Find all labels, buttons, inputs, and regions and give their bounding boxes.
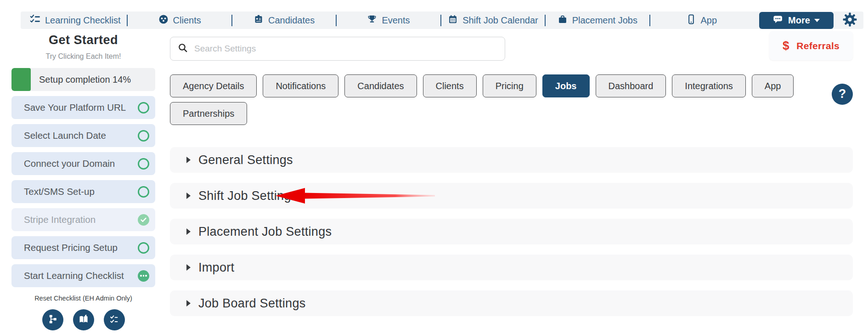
nav-item-placement-jobs[interactable]: Placement Jobs — [546, 14, 649, 27]
nav-item-candidates[interactable]: Candidates — [232, 14, 336, 27]
question-mark-icon: ? — [839, 87, 846, 101]
checklist-icon-button[interactable] — [104, 309, 125, 330]
tab-partnerships[interactable]: Partnerships — [170, 102, 247, 125]
settings-sections: General Settings Shift Job Settings Plac… — [170, 147, 853, 326]
get-started-sidebar: Get Started Try Clicking Each Item! Setu… — [11, 28, 155, 330]
section-general-settings[interactable]: General Settings — [170, 147, 853, 173]
top-nav: Learning Checklist Clients Candidates Ev… — [21, 11, 863, 29]
nav-item-label: Placement Jobs — [572, 15, 637, 26]
tab-candidates[interactable]: Candidates — [344, 74, 417, 97]
nav-item-label: Learning Checklist — [45, 15, 121, 26]
caret-right-icon — [186, 157, 191, 163]
tab-dashboard[interactable]: Dashboard — [596, 74, 666, 97]
settings-tabs-row-1: Agency Details Notifications Candidates … — [170, 74, 794, 97]
caret-right-icon — [186, 300, 191, 307]
nav-item-label: Candidates — [268, 15, 315, 26]
checklist-item-label: Stripe Integration — [24, 214, 138, 225]
caret-right-icon — [186, 193, 191, 199]
tab-app[interactable]: App — [752, 74, 794, 97]
checklist-item-label: Text/SMS Set-up — [24, 186, 138, 197]
caret-right-icon — [186, 264, 191, 271]
more-button[interactable]: More — [759, 12, 834, 29]
section-title: General Settings — [198, 153, 293, 167]
checklist-icon — [30, 14, 40, 26]
section-title: Shift Job Settings — [198, 189, 298, 203]
nav-item-label: App — [700, 15, 717, 26]
settings-main: $ Referrals Agency Details Notifications… — [170, 28, 853, 335]
help-button[interactable]: ? — [832, 84, 853, 105]
gear-icon — [843, 12, 857, 28]
section-placement-job-settings[interactable]: Placement Job Settings — [170, 219, 853, 244]
section-title: Import — [198, 261, 234, 275]
section-job-board-settings[interactable]: Job Board Settings — [170, 290, 853, 316]
status-ellipsis-icon — [138, 270, 149, 282]
checklist-item-connect-domain[interactable]: Connect your Domain — [11, 152, 155, 175]
nav-item-app[interactable]: App — [650, 14, 754, 27]
chat-bubble-icon — [773, 15, 784, 26]
search-input[interactable] — [193, 43, 497, 54]
tab-clients[interactable]: Clients — [423, 74, 477, 97]
section-title: Placement Job Settings — [198, 225, 332, 239]
tab-integrations[interactable]: Integrations — [672, 74, 746, 97]
referrals-label: Referrals — [796, 40, 840, 51]
flowchart-icon — [46, 313, 59, 327]
checklist-item-pricing-setup[interactable]: Request Pricing Setup — [11, 236, 155, 259]
checklist-item-learning-checklist[interactable]: Start Learning Checklist — [11, 264, 155, 287]
calendar-icon — [448, 14, 458, 27]
checklist-item-platform-url[interactable]: Save Your Platform URL — [11, 96, 155, 119]
settings-gear-button[interactable] — [843, 12, 857, 28]
book-icon-button[interactable] — [73, 309, 94, 330]
nav-item-label: Clients — [173, 15, 201, 26]
checklist-icon — [108, 313, 120, 327]
tab-jobs[interactable]: Jobs — [542, 74, 590, 97]
status-circle-icon — [138, 242, 149, 254]
sidebar-subtitle: Try Clicking Each Item! — [11, 52, 155, 61]
flowchart-icon-button[interactable] — [42, 309, 63, 330]
checklist-item-label: Select Launch Date — [24, 130, 138, 141]
nav-item-learning-checklist[interactable]: Learning Checklist — [23, 14, 127, 26]
briefcase-icon — [558, 14, 568, 27]
status-circle-icon — [138, 158, 149, 170]
status-check-icon — [138, 214, 149, 226]
sidebar-footer-icons — [11, 309, 155, 330]
dollar-icon: $ — [783, 39, 789, 53]
nav-item-clients[interactable]: Clients — [128, 14, 231, 27]
status-circle-icon — [138, 186, 149, 198]
chevron-down-icon — [814, 19, 820, 22]
trophy-icon — [367, 14, 377, 27]
progress-label: Setup completion 14% — [39, 74, 131, 85]
more-button-label: More — [788, 15, 810, 26]
checklist-item-label: Start Learning Checklist — [24, 270, 138, 281]
tab-pricing[interactable]: Pricing — [483, 74, 536, 97]
nav-item-shift-job-calendar[interactable]: Shift Job Calendar — [441, 14, 545, 27]
id-badge-icon — [254, 14, 264, 27]
settings-tabs-row-2: Partnerships — [170, 102, 247, 125]
checklist-item-launch-date[interactable]: Select Launch Date — [11, 124, 155, 147]
status-circle-icon — [138, 102, 149, 114]
mobile-icon — [687, 14, 696, 27]
search-settings-box — [170, 37, 505, 61]
book-icon — [77, 313, 90, 327]
nav-item-events[interactable]: Events — [337, 14, 440, 27]
section-title: Job Board Settings — [198, 296, 306, 311]
checklist-item-stripe[interactable]: Stripe Integration — [11, 208, 155, 231]
reset-checklist-link[interactable]: Reset Checklist (EH Admin Only) — [11, 295, 155, 302]
section-import[interactable]: Import — [170, 255, 853, 280]
clients-icon — [158, 14, 169, 27]
referrals-button[interactable]: $ Referrals — [769, 31, 853, 60]
checklist-item-label: Request Pricing Setup — [24, 242, 138, 253]
tab-agency-details[interactable]: Agency Details — [170, 74, 257, 97]
status-circle-icon — [138, 130, 149, 142]
sidebar-title: Get Started — [11, 33, 155, 47]
setup-progress-bar: Setup completion 14% — [11, 68, 155, 91]
section-shift-job-settings[interactable]: Shift Job Settings — [170, 183, 853, 209]
nav-item-label: Events — [382, 15, 410, 26]
search-icon — [178, 43, 188, 55]
checklist-item-text-sms[interactable]: Text/SMS Set-up — [11, 180, 155, 203]
tab-notifications[interactable]: Notifications — [263, 74, 338, 97]
nav-item-label: Shift Job Calendar — [462, 15, 538, 26]
checklist-item-label: Save Your Platform URL — [24, 102, 138, 113]
progress-fill — [11, 68, 31, 91]
checklist-item-label: Connect your Domain — [24, 158, 138, 169]
caret-right-icon — [186, 228, 191, 235]
